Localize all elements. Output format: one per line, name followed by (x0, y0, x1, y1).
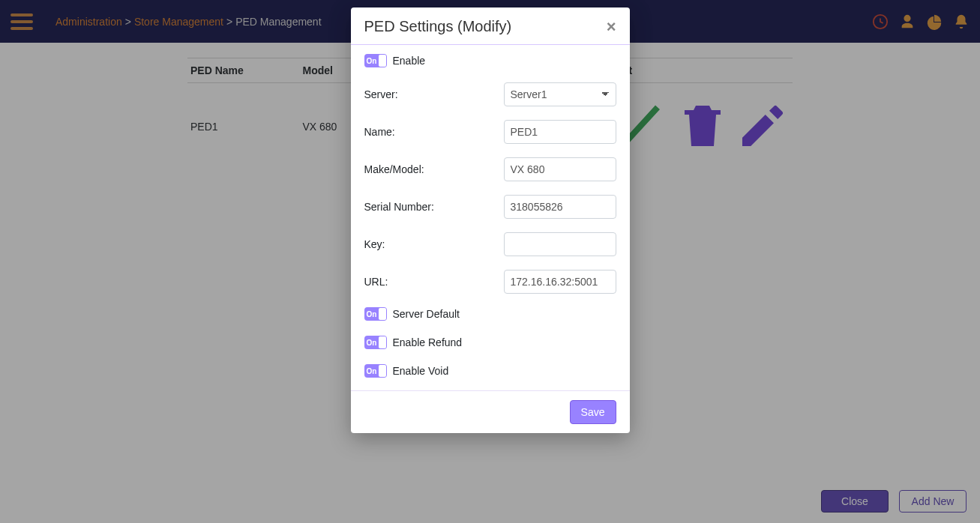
ped-settings-modal: PED Settings (Modify) × On Enable Server… (351, 7, 630, 433)
enable-refund-toggle[interactable]: On (364, 336, 387, 349)
server-select[interactable]: Server1 (504, 82, 616, 106)
modal-footer: Save (351, 390, 630, 433)
enable-void-label: Enable Void (393, 365, 449, 377)
modal-overlay: PED Settings (Modify) × On Enable Server… (0, 0, 980, 523)
serial-label: Serial Number: (364, 201, 504, 213)
name-label: Name: (364, 126, 504, 138)
url-label: URL: (364, 276, 504, 288)
server-default-label: Server Default (393, 308, 460, 320)
enable-label: Enable (393, 55, 426, 67)
enable-refund-label: Enable Refund (393, 336, 463, 348)
modal-body: On Enable Server: Server1 Name: Make/Mod… (351, 45, 630, 390)
modal-header: PED Settings (Modify) × (351, 7, 630, 45)
modal-title: PED Settings (Modify) (364, 18, 512, 35)
name-input[interactable] (504, 120, 616, 144)
close-icon[interactable]: × (607, 19, 616, 35)
make-input[interactable] (504, 157, 616, 181)
serial-input[interactable] (504, 195, 616, 219)
key-input[interactable] (504, 232, 616, 256)
url-input[interactable] (504, 270, 616, 294)
key-label: Key: (364, 238, 504, 250)
enable-toggle[interactable]: On (364, 54, 387, 67)
enable-void-toggle[interactable]: On (364, 364, 387, 378)
server-label: Server: (364, 88, 504, 100)
server-default-toggle[interactable]: On (364, 307, 387, 321)
save-button[interactable]: Save (570, 400, 616, 424)
make-label: Make/Model: (364, 163, 504, 175)
